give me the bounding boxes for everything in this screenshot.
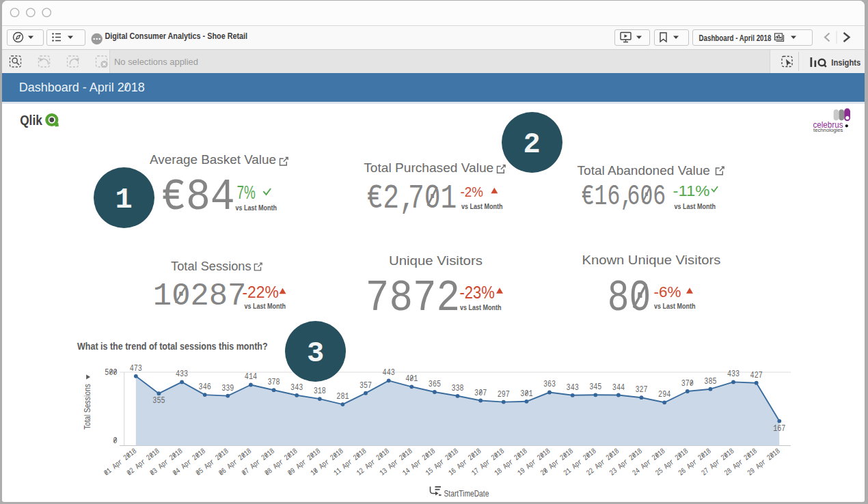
svg-text:Dashboard - April 2018: Dashboard - April 2018 [19,80,145,95]
svg-text:Qlik: Qlik [20,112,42,127]
svg-text:technologies: technologies [813,128,843,133]
